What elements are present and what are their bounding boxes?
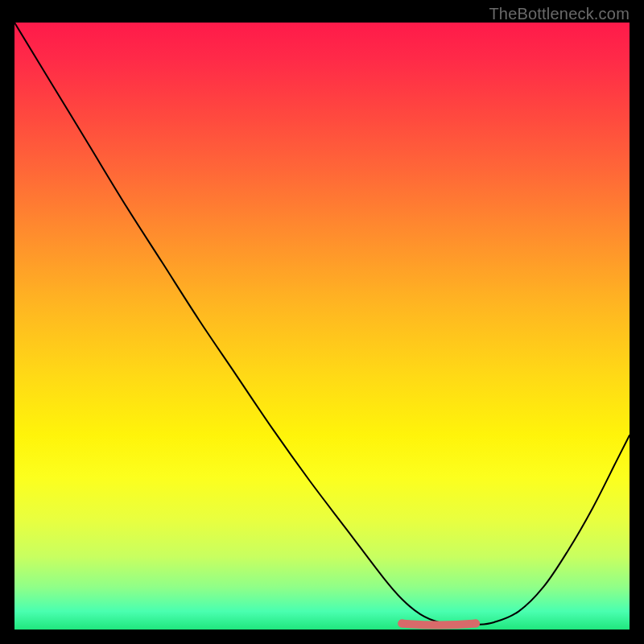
marker-dot-left [398, 619, 406, 627]
plot-area [14, 23, 630, 630]
watermark-text: TheBottleneck.com [489, 5, 630, 23]
bottleneck-curve [14, 23, 630, 625]
optimal-range-marker [402, 623, 476, 625]
chart-svg [14, 23, 630, 630]
marker-dot-right [472, 619, 480, 627]
chart-container: TheBottleneck.com [0, 0, 644, 644]
